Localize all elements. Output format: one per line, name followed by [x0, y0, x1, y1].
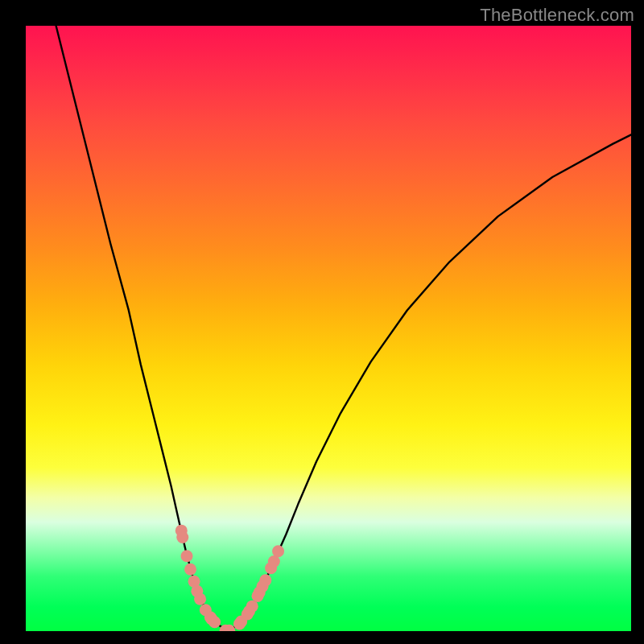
- data-point: [208, 616, 221, 628]
- data-point: [181, 550, 193, 562]
- chart-frame: TheBottleneck.com: [0, 0, 644, 644]
- curve-left-branch: [56, 26, 229, 630]
- curve-layer: [56, 26, 631, 630]
- curve-right-branch: [229, 134, 631, 630]
- data-point: [176, 531, 188, 543]
- chart-svg: [26, 26, 631, 631]
- watermark-text: TheBottleneck.com: [480, 5, 634, 26]
- data-point: [259, 574, 271, 586]
- data-point: [246, 601, 258, 613]
- data-point: [272, 545, 284, 557]
- data-point: [268, 555, 280, 568]
- data-point: [184, 564, 196, 576]
- data-point: [194, 593, 206, 605]
- points-layer: [175, 525, 284, 631]
- plot-area: [26, 26, 631, 631]
